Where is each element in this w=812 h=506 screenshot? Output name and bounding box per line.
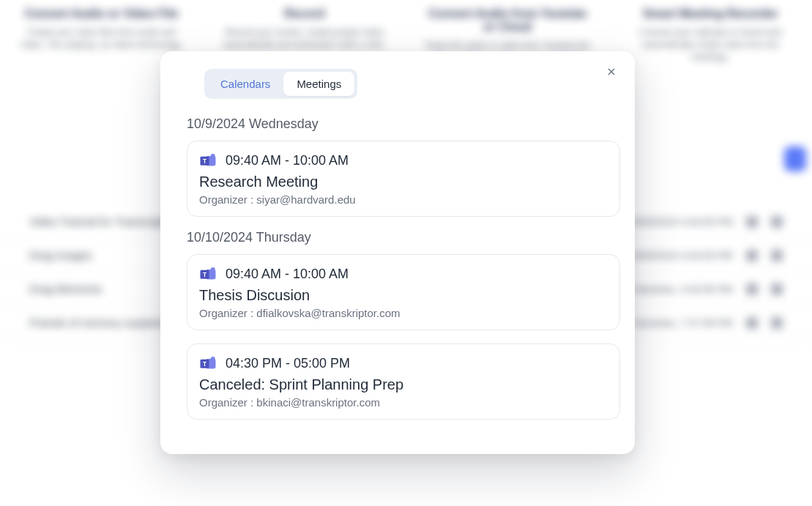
meeting-title: Canceled: Sprint Planning Prep: [199, 376, 608, 393]
day-label: 10/9/2024 Wednesday: [187, 116, 620, 132]
meeting-time: 09:40 AM - 10:00 AM: [226, 153, 349, 168]
close-icon: [606, 66, 617, 78]
meeting-title: Research Meeting: [199, 174, 608, 190]
meeting-title: Thesis Discusion: [199, 287, 608, 304]
svg-point-3: [211, 154, 215, 158]
teams-icon: T: [199, 152, 217, 169]
meeting-organizer: Organizer : dfialkovska@transkriptor.com: [199, 307, 608, 319]
meeting-time: 04:30 PM - 05:00 PM: [226, 356, 350, 371]
teams-icon: T: [199, 354, 217, 372]
modal-overlay: Calendars Meetings 10/9/2024 Wednesday T…: [0, 0, 812, 506]
meeting-card[interactable]: T 04:30 PM - 05:00 PM Canceled: Sprint P…: [187, 343, 620, 420]
tab-calendars[interactable]: Calendars: [207, 72, 283, 96]
meetings-modal: Calendars Meetings 10/9/2024 Wednesday T…: [160, 51, 635, 454]
meeting-list-scroll[interactable]: 10/9/2024 Wednesday T 09:40 AM - 10:00 A…: [178, 111, 626, 436]
day-label: 10/10/2024 Thursday: [187, 230, 620, 245]
meeting-card[interactable]: T 09:40 AM - 10:00 AM Thesis Discusion O…: [187, 254, 620, 330]
tab-switch: Calendars Meetings: [204, 69, 357, 99]
teams-icon: T: [199, 265, 217, 283]
svg-point-7: [211, 267, 215, 272]
meeting-organizer: Organizer : bkinaci@transkriptor.com: [199, 396, 608, 409]
svg-point-11: [211, 357, 215, 361]
meeting-card[interactable]: T 09:40 AM - 10:00 AM Research Meeting O…: [187, 141, 620, 217]
close-button[interactable]: [604, 64, 619, 79]
svg-text:T: T: [203, 158, 206, 165]
svg-text:T: T: [203, 361, 206, 368]
meeting-organizer: Organizer : siyar@hardvard.edu: [199, 193, 608, 206]
svg-text:T: T: [203, 272, 206, 278]
meeting-time: 09:40 AM - 10:00 AM: [226, 267, 349, 282]
tab-meetings[interactable]: Meetings: [283, 72, 354, 96]
